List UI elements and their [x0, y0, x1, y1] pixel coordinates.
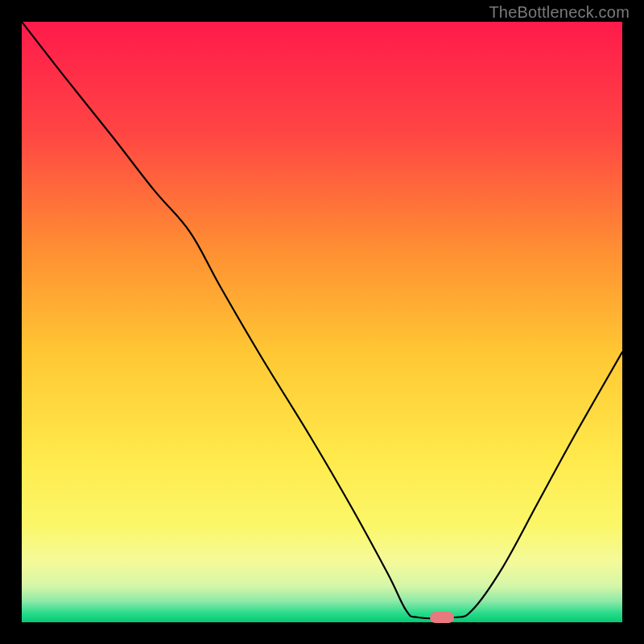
optimal-point-marker	[430, 612, 454, 623]
plot-area	[22, 22, 622, 622]
watermark-text: TheBottleneck.com	[489, 3, 630, 22]
chart-frame: TheBottleneck.com	[0, 0, 644, 644]
bottleneck-curve	[22, 22, 622, 622]
